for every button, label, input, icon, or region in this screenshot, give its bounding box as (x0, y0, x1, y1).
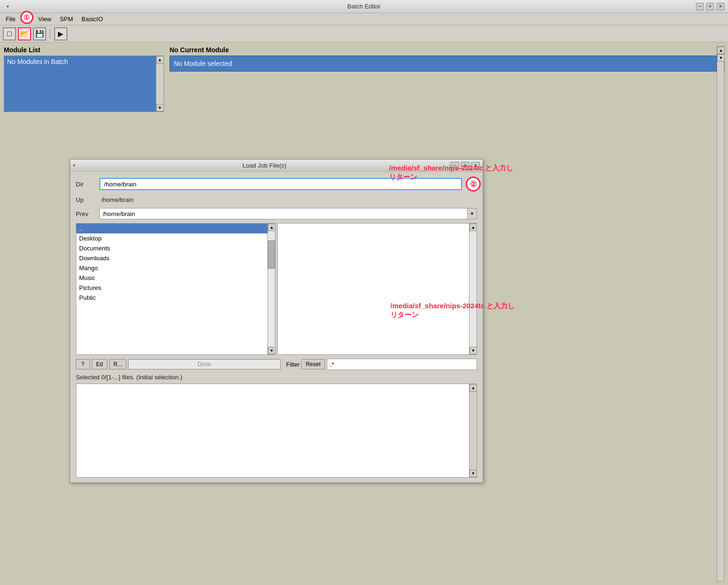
reset-button[interactable]: Reset (301, 359, 324, 369)
new-button[interactable]: □ (3, 27, 16, 40)
run-button[interactable]: ▶ (54, 27, 67, 40)
button-row: ? Ed R... Done Filter Reset (76, 359, 477, 370)
prev-input-row: ▼ (99, 208, 477, 219)
right-file-scroll-up[interactable]: ▲ (469, 224, 477, 231)
toolbar-separator (50, 28, 50, 40)
menu-basicio[interactable]: BasicIO (78, 15, 107, 24)
scroll-down-arrow[interactable]: ▼ (156, 104, 164, 112)
main-scroll-up[interactable]: ▲ (717, 47, 725, 54)
title-bar-controls: − + × (696, 3, 724, 10)
prev-label: Prev (76, 210, 99, 217)
dir-label: Dir (76, 181, 99, 188)
open-icon: 📂 (20, 30, 29, 38)
module-list-content[interactable]: No Modules in Batch (4, 56, 156, 112)
close-button[interactable]: × (717, 3, 724, 10)
file-item-desktop[interactable]: Desktop (76, 233, 267, 243)
left-file-list: .. Desktop Documents Downloads Mango Mus… (76, 223, 275, 355)
file-item-mango[interactable]: Mango (76, 263, 267, 273)
save-button[interactable]: 💾 (33, 27, 46, 40)
bottom-text-area[interactable]: ▲ ▼ (76, 384, 477, 478)
right-file-content (278, 224, 469, 354)
no-module-box: No Module selected (170, 56, 717, 72)
title-bar: ▾ Batch Editor − + × (0, 0, 728, 13)
up-row: Up /home/brain /media/sf_share/nips-2024… (76, 195, 477, 204)
dialog-arrow: ▾ (73, 163, 75, 168)
main-right-scrollbar: ▲ ▼ (717, 46, 724, 581)
dialog-body: Dir ② Up /home/brain /media/sf_share/nip… (70, 172, 483, 482)
file-list-area: .. Desktop Documents Downloads Mango Mus… (76, 223, 477, 355)
annotation-instruction-overlay: /media/sf_share/nips-2024tc と入力し リターン (389, 164, 513, 182)
window-title: Batch Editor (348, 3, 381, 10)
right-file-scrollbar: ▲ ▼ (469, 224, 477, 354)
scroll-up-arrow[interactable]: ▲ (156, 56, 164, 64)
file-item-public[interactable]: Public (76, 293, 267, 303)
right-file-scroll-down[interactable]: ▼ (469, 347, 477, 354)
run-icon: ▶ (58, 30, 64, 38)
save-icon: 💾 (35, 30, 44, 38)
maximize-button[interactable]: + (706, 3, 714, 10)
up-label: Up (76, 196, 99, 203)
bottom-scrollbar: ▲ ▼ (469, 384, 477, 477)
file-scroll-down[interactable]: ▼ (268, 347, 275, 354)
done-button[interactable]: Done (128, 359, 280, 369)
module-list-scrollbar: ▲ ▼ (156, 56, 163, 112)
prev-input[interactable] (99, 208, 468, 219)
main-area: Module List No Modules in Batch ▲ ▼ No C… (0, 42, 728, 585)
bottom-scroll-down[interactable]: ▼ (469, 470, 477, 477)
title-bar-arrow: ▾ (4, 3, 11, 10)
right-file-list: ▲ ▼ (277, 223, 477, 355)
file-item-downloads[interactable]: Downloads (76, 253, 267, 263)
left-file-scrollbar: ▲ ▼ (267, 224, 275, 354)
toolbar: □ 📂 💾 ▶ (0, 25, 728, 42)
annotation-circle-1: ① (20, 11, 33, 24)
no-module-text: No Module selected (174, 60, 232, 67)
load-job-dialog: ▾ Load Job File(s) − + × Dir ② Up /home/… (70, 159, 483, 483)
file-item-dotdot[interactable]: .. (76, 224, 267, 233)
annotation-instruction: /media/sf_share/nips-2024tc と入力し リターン (390, 302, 515, 320)
filter-label: Filter (286, 361, 300, 368)
status-text: Selected 0/[1-...] files. (Initial selec… (76, 374, 477, 381)
no-modules-text: No Modules in Batch (7, 58, 68, 65)
bottom-scroll-up[interactable]: ▲ (469, 384, 477, 392)
prev-dropdown-btn[interactable]: ▼ (468, 208, 477, 219)
main-scroll-down[interactable]: ▼ (717, 54, 725, 62)
menu-file[interactable]: File (2, 15, 19, 24)
file-item-pictures[interactable]: Pictures (76, 283, 267, 293)
new-icon: □ (7, 30, 12, 38)
file-item-documents[interactable]: Documents (76, 243, 267, 253)
r-button[interactable]: R... (109, 359, 127, 369)
minimize-button[interactable]: − (696, 3, 704, 10)
file-scroll-up[interactable]: ▲ (268, 224, 275, 231)
up-path: /home/brain (99, 195, 477, 204)
file-list-content: .. Desktop Documents Downloads Mango Mus… (76, 224, 267, 354)
menu-bar: File ① ① View SPM BasicIO (0, 13, 728, 25)
filter-input[interactable] (327, 359, 477, 370)
help-button[interactable]: ? (76, 359, 90, 369)
ed-button[interactable]: Ed (92, 359, 107, 369)
file-item-music[interactable]: Music (76, 273, 267, 283)
menu-view[interactable]: View (34, 15, 55, 24)
no-current-module-label: No Current Module (170, 46, 724, 54)
module-list-label: Module List (4, 46, 164, 54)
open-button[interactable]: 📂 (18, 27, 31, 40)
module-list-box: No Modules in Batch ▲ ▼ (4, 56, 164, 112)
menu-spm[interactable]: SPM (56, 15, 77, 24)
prev-row: Prev ▼ (76, 208, 477, 219)
